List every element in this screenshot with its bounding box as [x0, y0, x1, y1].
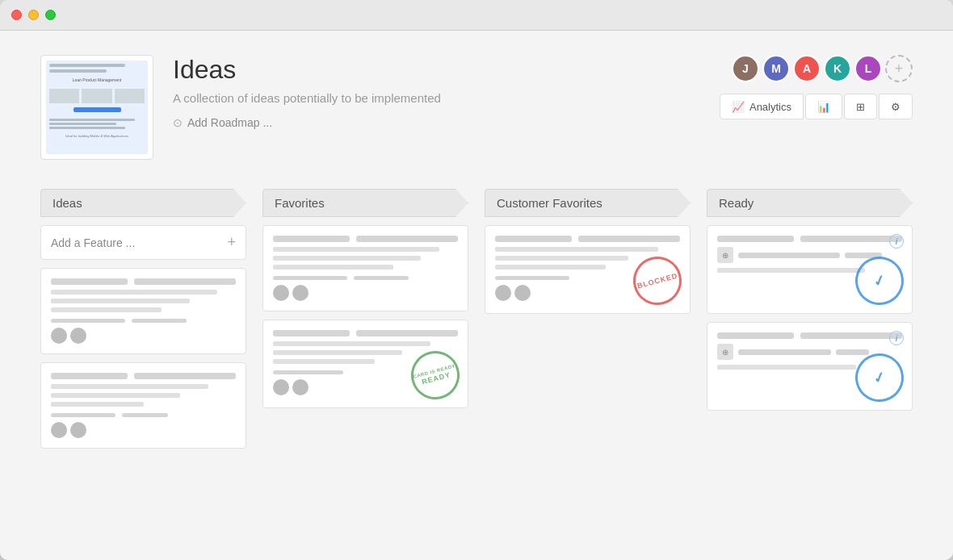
app-window: Lean Product Management Ideal for buildi…	[0, 0, 953, 560]
info-icon[interactable]: i	[889, 234, 904, 249]
idea-card-2[interactable]	[40, 362, 246, 449]
avatar-2[interactable]: M	[762, 55, 790, 82]
avatar-5[interactable]: L	[854, 55, 882, 82]
grid-icon: ⊞	[856, 101, 865, 113]
add-feature-button[interactable]: Add a Feature ... +	[40, 225, 246, 260]
card-avatar	[51, 422, 67, 438]
column-favorites: Favorites	[262, 189, 468, 416]
column-header-ready: Ready	[707, 189, 913, 217]
card-avatar	[273, 379, 289, 395]
info-icon[interactable]: i	[889, 331, 904, 345]
close-button[interactable]	[11, 10, 22, 20]
avatar-1[interactable]: J	[732, 55, 759, 82]
toolbar-buttons: 📈 Analytics 📊 ⊞ ⚙	[720, 94, 913, 119]
titlebar	[0, 0, 953, 31]
column-header-ideas: Ideas	[40, 189, 246, 217]
chart-button[interactable]: 📊	[805, 94, 842, 119]
card-avatar	[495, 285, 511, 301]
column-ideas: Ideas Add a Feature ... +	[40, 189, 246, 457]
chart-icon: 📊	[817, 101, 830, 113]
grid-button[interactable]: ⊞	[844, 94, 877, 119]
main-content: Lean Product Management Ideal for buildi…	[0, 31, 953, 560]
project-thumbnail: Lean Product Management Ideal for buildi…	[40, 55, 153, 160]
ready-card-1[interactable]: i ⊕ ✓	[707, 225, 913, 314]
ready-card-2[interactable]: i ⊕ ✓	[707, 322, 913, 411]
add-member-button[interactable]: +	[885, 55, 913, 82]
settings-button[interactable]: ⚙	[879, 94, 913, 119]
card-feature-icon: ⊕	[717, 247, 733, 263]
column-header-favorites: Favorites	[262, 189, 468, 217]
card-avatar	[292, 285, 309, 301]
add-roadmap-button[interactable]: ⊙ Add Roadmap ...	[173, 116, 720, 129]
project-header: Lean Product Management Ideal for buildi…	[40, 55, 913, 160]
idea-card-1[interactable]	[40, 268, 246, 354]
header-actions: J M A K L + 📈 Analytics 📊 ⊞	[720, 55, 913, 119]
analytics-icon: 📈	[732, 101, 745, 113]
project-description: A collection of ideas potentially to be …	[173, 91, 720, 105]
favorites-card-1[interactable]	[262, 225, 468, 311]
minimize-button[interactable]	[28, 10, 39, 20]
project-title: Ideas	[173, 55, 720, 85]
card-avatar	[70, 422, 86, 438]
avatar-4[interactable]: K	[824, 55, 851, 82]
plus-icon: +	[227, 234, 236, 251]
card-avatar	[514, 285, 531, 301]
card-avatar	[70, 328, 86, 344]
header-info: Ideas A collection of ideas potentially …	[173, 55, 720, 129]
analytics-button[interactable]: 📈 Analytics	[720, 94, 804, 119]
card-avatar	[51, 328, 67, 344]
gear-icon: ⚙	[891, 101, 901, 113]
roadmap-icon: ⊙	[173, 116, 183, 129]
card-avatar	[273, 285, 289, 301]
maximize-button[interactable]	[45, 10, 56, 20]
column-ready: Ready i ⊕	[707, 189, 913, 419]
card-feature-icon: ⊕	[717, 344, 733, 360]
favorites-card-2[interactable]: CARD IS READY READY	[262, 320, 468, 408]
avatar-3[interactable]: A	[793, 55, 821, 82]
column-header-customer-favorites: Customer Favorites	[485, 189, 691, 217]
customer-fav-card-1[interactable]: BLOCKED	[485, 225, 691, 314]
kanban-board: Ideas Add a Feature ... +	[40, 189, 913, 457]
team-avatars: J M A K L +	[732, 55, 913, 82]
column-customer-favorites: Customer Favorites	[485, 189, 691, 322]
card-avatar	[292, 379, 309, 395]
